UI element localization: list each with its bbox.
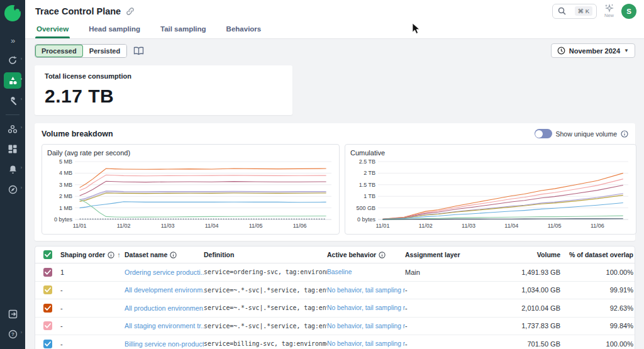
active-behavior-link[interactable]: No behavior, tail sampling rul [327,287,405,294]
sparkle-icon [604,4,614,13]
tab-overview[interactable]: Overview [35,22,70,38]
row-checkbox[interactable] [43,285,52,294]
active-behavior-link[interactable]: No behavior, tail sampling rul [327,304,405,311]
svg-text:11/06: 11/06 [591,223,604,229]
svg-text:500 GB: 500 GB [356,205,375,211]
whats-new-button[interactable]: New [604,4,614,18]
copy-link-icon[interactable] [126,7,135,16]
dataset-name-link[interactable]: All development environm... [125,286,204,294]
column-header-definition[interactable]: Definition [204,251,327,258]
row-checkbox[interactable] [43,321,52,330]
assignment-layer-cell: - [405,322,460,330]
shaping-order-cell: - [60,304,125,312]
app-root: » › › › › › › [0,0,644,349]
assignment-layer-cell: - [405,286,460,294]
overlap-cell: 100.00% [562,269,635,276]
svg-text:11/02: 11/02 [117,223,131,229]
table-row[interactable]: -Billing service non-product...service=b… [35,335,635,349]
svg-text:1 MB: 1 MB [59,205,72,211]
svg-text:0 bytes: 0 bytes [54,216,73,223]
table-row[interactable]: -All staging environment tr...service=~.… [35,318,635,336]
table-row[interactable]: -All development environm...service=~.*-… [35,282,635,300]
volume-cell: 2,010.04 GB [460,304,562,312]
dataset-name-link[interactable]: Ordering service producti... [125,269,204,276]
shaping-order-cell: - [60,340,125,348]
definition-cell: service=~.*-svc|.*service, tag:env… [204,287,327,294]
row-checkbox[interactable] [43,340,52,348]
svg-text:2 TB: 2 TB [364,170,375,176]
volume-cell: 701.50 GB [460,340,562,348]
exit-icon[interactable] [4,306,21,322]
overlap-cell: 99.91% [562,286,635,294]
dataset-name-link[interactable]: All production environmen... [125,304,204,312]
show-unique-volume-label: Show unique volume [556,130,617,138]
compass-icon[interactable]: › [4,181,21,197]
column-header-dataset-name[interactable]: Dataset name [125,251,204,258]
cycle-icon[interactable]: › [4,52,21,69]
dataset-name-link[interactable]: All staging environment tr... [125,322,204,330]
active-behavior-link[interactable]: No behavior, tail sampling rul [327,340,405,347]
avatar[interactable]: S [621,4,636,19]
info-icon[interactable] [170,252,177,258]
column-header-shaping-order[interactable]: Shaping order↑ [60,251,125,258]
svg-text:3 MB: 3 MB [59,182,72,188]
shaping-order-cell: 1 [60,269,125,276]
persisted-segment-button[interactable]: Persisted [83,45,127,57]
column-header-volume[interactable]: Volume [460,251,562,258]
page-title: Trace Control Plane [35,6,121,16]
info-icon[interactable] [108,252,114,258]
search-input[interactable]: ⌘ K [552,4,597,19]
table-row[interactable]: -All production environmen...service=~.*… [35,299,635,318]
date-picker-button[interactable]: November 2024 ▼ [551,43,635,58]
column-header-active-behavior[interactable]: Active behavior [327,251,405,258]
license-label: Total license consumption [45,72,282,80]
svg-text:2.5 TB: 2.5 TB [359,158,375,165]
svg-text:1 TB: 1 TB [364,193,375,199]
bell-icon[interactable]: › [4,161,21,177]
column-label: Active behavior [327,251,376,258]
daily-chart[interactable]: 0 bytes1 MB2 MB3 MB4 MB5 MB11/0111/0211/… [47,157,336,230]
svg-text:11/01: 11/01 [376,223,390,229]
show-unique-volume-toggle[interactable] [535,129,552,138]
info-icon[interactable] [379,252,386,258]
dataset-name-link[interactable]: Billing service non-product... [125,340,204,348]
volume-cell: 1,491.93 GB [460,269,562,276]
dashboard-icon[interactable] [4,141,21,157]
whats-new-label: New [604,13,614,18]
active-behavior-link[interactable]: Baseline [327,269,405,275]
series-all-development [80,193,326,202]
assignment-layer-cell: - [405,304,460,312]
svg-text:11/05: 11/05 [249,223,263,229]
info-icon[interactable] [621,130,628,138]
series-billing-service [80,202,326,208]
tab-behaviors[interactable]: Behaviors [225,22,263,38]
brand-logo-icon[interactable] [4,5,21,21]
assignment-layer-cell: Main [405,269,460,276]
wrench-icon[interactable]: › [4,92,21,109]
processed-segment-button[interactable]: Processed [35,45,83,57]
select-all-checkbox[interactable] [43,250,52,259]
column-header-assignment-layer[interactable]: Assignment layer [405,251,460,258]
shaping-icon[interactable]: › [4,72,21,89]
table-row[interactable]: 1Ordering service producti...service=ord… [35,263,635,282]
sort-asc-icon[interactable]: ↑ [117,251,121,258]
tab-tail-sampling[interactable]: Tail sampling [159,22,208,38]
volume-cell: 1,737.83 GB [460,322,562,330]
svg-text:11/03: 11/03 [161,223,175,229]
help-icon[interactable]: ? › [4,326,21,342]
column-header--of-dataset-overlap[interactable]: % of dataset overlap [562,251,635,258]
clock-icon [557,47,565,55]
date-picker-label: November 2024 [569,47,620,55]
row-checkbox[interactable] [43,304,52,313]
active-behavior-link[interactable]: No behavior, tail sampling rul [327,323,405,330]
expand-sidebar-icon[interactable]: » [4,32,21,48]
cluster-icon[interactable]: › [4,121,21,137]
docs-book-icon[interactable] [133,47,144,55]
tab-head-sampling[interactable]: Head sampling [87,22,142,38]
overlap-cell: 100.00% [562,340,635,348]
definition-cell: service=ordering-svc, tag:environm… [204,269,327,275]
cumulative-chart[interactable]: 0 bytes500 GB1 TB1.5 TB2 TB2.5 TB11/0111… [350,157,633,230]
cumulative-chart-title: Cumulative [350,149,633,157]
row-checkbox[interactable] [43,268,52,277]
svg-text:11/02: 11/02 [419,223,433,229]
